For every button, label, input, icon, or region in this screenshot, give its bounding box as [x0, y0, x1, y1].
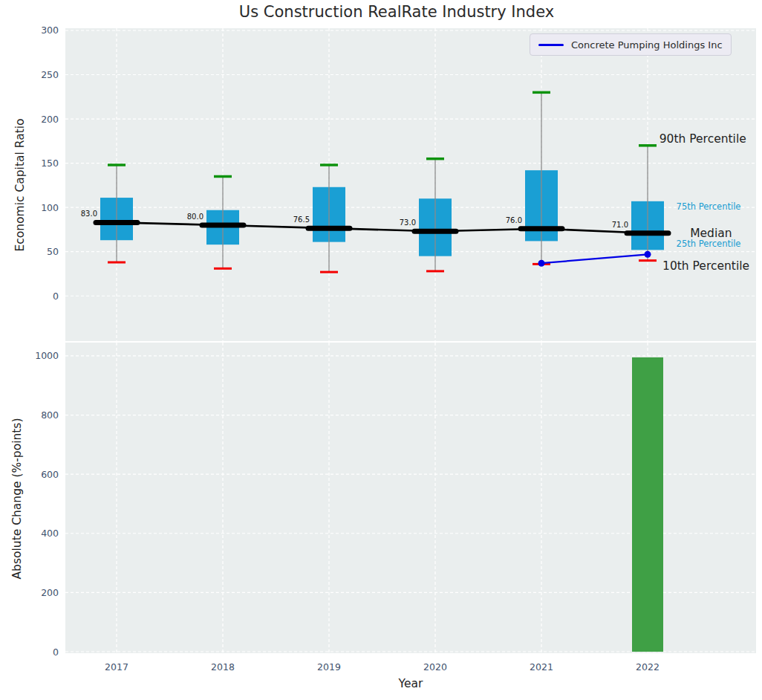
median-value-label-2020: 73.0: [400, 218, 416, 227]
chart-canvas: 0501001502002503000200400600800100020172…: [0, 0, 762, 700]
bottom-y-tick-label: 200: [41, 587, 59, 598]
x-axis-label: Year: [65, 677, 756, 690]
figure: 0501001502002503000200400600800100020172…: [0, 0, 762, 700]
legend: Concrete Pumping Holdings Inc: [530, 33, 732, 56]
bottom-y-tick-label: 800: [41, 409, 59, 421]
annotation-10th-percentile: 10th Percentile: [662, 259, 749, 273]
top-plot-area: [65, 28, 756, 341]
annotation-90th-percentile: 90th Percentile: [660, 132, 746, 146]
legend-line-swatch: [538, 44, 564, 46]
x-tick-label: 2019: [317, 661, 341, 673]
bottom-y-tick-label: 400: [41, 528, 59, 539]
median-value-label-2022: 71.0: [612, 221, 628, 229]
x-tick-label: 2022: [636, 661, 660, 673]
annotation-75th-percentile: 75th Percentile: [677, 201, 741, 212]
company-marker: [538, 260, 545, 267]
top-y-tick-label: 0: [53, 291, 59, 302]
median-value-label-2019: 76.5: [293, 215, 310, 224]
top-y-tick-label: 250: [41, 69, 59, 80]
top-y-tick-label: 50: [47, 246, 59, 257]
chart-title: Us Construction RealRate Industry Index: [65, 3, 728, 21]
median-value-label-2021: 76.0: [506, 216, 522, 224]
top-y-tick-label: 100: [41, 202, 59, 213]
x-tick-label: 2021: [530, 661, 553, 673]
x-tick-label: 2018: [211, 661, 235, 673]
legend-label: Concrete Pumping Holdings Inc: [571, 39, 723, 51]
median-value-label-2017: 83.0: [81, 210, 97, 218]
bottom-y-tick-label: 0: [53, 646, 59, 658]
top-y-tick-label: 150: [41, 158, 59, 169]
company-marker: [645, 251, 651, 258]
top-y-axis-label: Economic Capital Ratio: [13, 118, 27, 251]
bottom-y-tick-label: 1000: [35, 350, 59, 361]
annotation-25th-percentile: 25th Percentile: [677, 239, 741, 249]
bottom-y-axis-label: Absolute Change (%-points): [10, 418, 24, 580]
bottom-y-tick-label: 600: [41, 469, 59, 480]
top-y-tick-label: 300: [41, 25, 59, 36]
x-tick-label: 2020: [423, 661, 447, 673]
bar-2022: [632, 357, 663, 652]
median-value-label-2018: 80.0: [187, 213, 203, 221]
top-y-tick-label: 200: [41, 114, 59, 125]
x-tick-label: 2017: [105, 661, 128, 673]
